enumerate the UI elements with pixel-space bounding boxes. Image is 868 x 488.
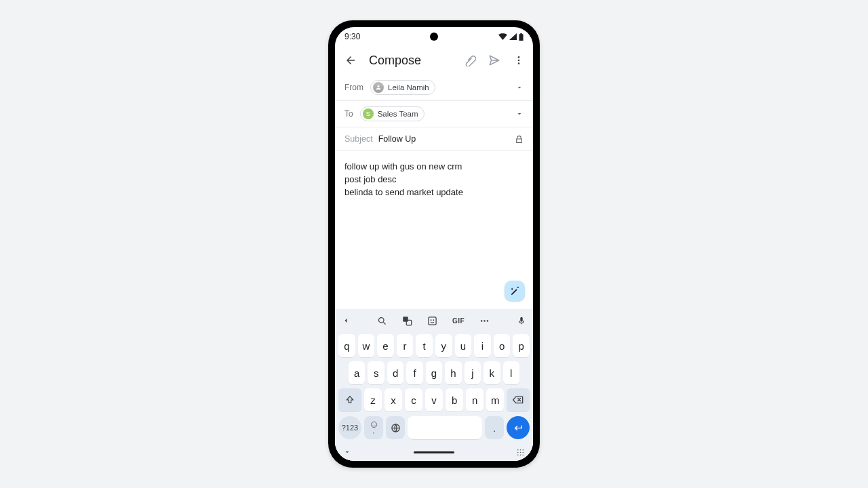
key-k[interactable]: k [484,361,500,384]
to-row[interactable]: To S Sales Team [335,101,533,127]
period-label: . [493,422,496,434]
svg-point-13 [371,422,376,427]
body-line: follow up with gus on new crm [344,161,524,174]
key-m[interactable]: m [486,388,504,411]
key-c[interactable]: c [405,388,422,411]
magic-pen-icon [510,286,520,296]
body-line: belinda to send market update [344,186,524,199]
svg-rect-6 [429,317,436,324]
key-w[interactable]: w [358,334,375,357]
key-g[interactable]: g [426,361,442,384]
svg-rect-4 [403,317,408,322]
key-h[interactable]: h [445,361,461,384]
from-chip[interactable]: Leila Namih [370,80,435,95]
backspace-icon [513,395,524,405]
nav-bar [335,443,533,461]
chevron-down-icon [343,448,351,456]
svg-point-0 [518,56,520,58]
key-y[interactable]: y [435,334,452,357]
key-symbols[interactable]: ?123 [338,416,361,439]
signal-icon [509,33,517,40]
collapse-keyboard[interactable] [343,448,351,456]
key-globe[interactable] [386,416,405,439]
key-e[interactable]: e [377,334,394,357]
chevron-down-icon [515,110,524,118]
svg-point-18 [520,449,521,450]
svg-point-25 [522,454,524,455]
attach-button[interactable] [462,53,477,68]
key-o[interactable]: o [494,334,511,357]
kb-mic[interactable] [517,316,526,325]
key-d[interactable]: d [387,361,403,384]
key-b[interactable]: b [446,388,463,411]
keyboard-row-4: ?123 , . [335,413,533,443]
key-emoji[interactable]: , [364,416,383,439]
key-t[interactable]: t [416,334,433,357]
key-f[interactable]: f [406,361,422,384]
kb-more[interactable] [479,316,490,326]
chevron-down-icon [515,83,524,92]
phone-frame: 9:30 Compose [328,20,540,468]
expand-from[interactable] [515,83,524,92]
more-horiz-icon [479,316,490,326]
kb-back[interactable] [342,317,350,325]
key-j[interactable]: j [465,361,481,384]
subject-row[interactable]: Subject Follow Up [335,127,533,151]
wifi-icon [498,33,507,40]
back-button[interactable] [343,53,358,68]
kb-search[interactable] [377,316,387,326]
body-line: post job desc [344,174,524,186]
search-icon [377,316,387,326]
key-p[interactable]: p [513,334,530,357]
svg-point-21 [520,451,521,453]
keyboard-row-1: q w e r t y u i o p [335,332,533,359]
key-x[interactable]: x [384,388,402,411]
from-row[interactable]: From Leila Namih [335,75,533,101]
sticker-icon [427,316,437,326]
keyboard-switcher[interactable] [516,448,525,457]
key-a[interactable]: a [349,361,365,384]
svg-point-19 [522,449,524,450]
shift-icon [345,395,355,405]
key-u[interactable]: u [455,334,472,357]
arrow-back-icon [344,54,357,66]
svg-point-9 [481,320,483,322]
to-label: To [344,109,353,119]
kb-gif[interactable]: GIF [452,317,465,325]
subject-value: Follow Up [378,134,416,144]
kb-sticker[interactable] [427,316,437,326]
key-l[interactable]: l [503,361,519,384]
lock-icon [515,135,524,144]
status-icons [498,33,524,41]
send-icon [488,54,500,66]
key-q[interactable]: q [338,334,355,357]
chevron-left-icon [342,317,350,325]
key-n[interactable]: n [466,388,484,411]
key-enter[interactable] [507,416,530,439]
to-chip[interactable]: S Sales Team [360,106,425,121]
avatar-initial: S [363,108,374,119]
compose-body[interactable]: follow up with gus on new crm post job d… [335,151,533,309]
encryption-indicator[interactable] [515,135,524,144]
screen: 9:30 Compose [335,27,533,461]
key-shift[interactable] [338,388,361,411]
keyboard-toolbar: GIF [335,309,533,332]
key-space[interactable] [408,416,482,439]
paperclip-icon [464,54,476,66]
overflow-button[interactable] [511,53,526,68]
key-backspace[interactable] [507,388,530,411]
send-button[interactable] [487,53,502,68]
smart-compose-button[interactable] [505,281,525,301]
expand-to[interactable] [515,110,524,118]
key-r[interactable]: r [397,334,414,357]
globe-icon [391,423,401,433]
gesture-handle[interactable] [414,451,454,453]
svg-point-3 [378,317,384,323]
kb-translate[interactable] [402,316,412,326]
svg-point-24 [520,454,521,455]
key-s[interactable]: s [368,361,384,384]
key-i[interactable]: i [474,334,491,357]
key-v[interactable]: v [425,388,443,411]
key-period[interactable]: . [485,416,504,439]
key-z[interactable]: z [364,388,382,411]
